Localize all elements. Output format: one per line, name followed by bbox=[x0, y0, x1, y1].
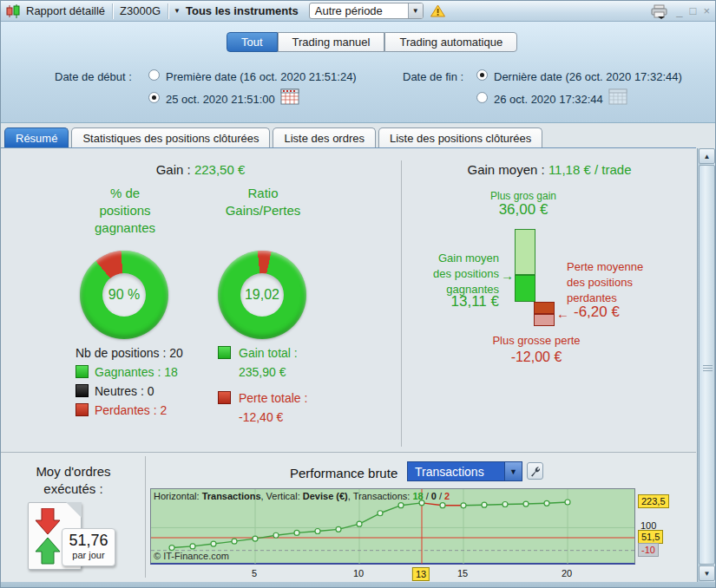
plus-gros-gain-value: 36,00 € bbox=[470, 202, 577, 218]
loss-bar-dark bbox=[534, 302, 555, 314]
gain-moyen-gagnantes-label: Gain moyen des positions gagnantes bbox=[402, 251, 499, 297]
arrow-right-icon: → bbox=[501, 270, 514, 282]
legend-neutres: Neutres : 0 bbox=[95, 384, 154, 398]
page-fold bbox=[66, 502, 82, 518]
gain-bar-light bbox=[515, 229, 535, 275]
gain-total-value: 235,90 € bbox=[239, 365, 286, 379]
calendar-icon-disabled bbox=[608, 88, 627, 105]
perte-totale-square bbox=[218, 391, 231, 404]
tab-liste-positions[interactable]: Liste des positions clôturées bbox=[378, 127, 542, 147]
plus-grosse-perte-value: -12,00 € bbox=[480, 350, 593, 365]
gain-moyen-label: Gain moyen : bbox=[467, 162, 544, 177]
report-tabs: Résumé Statistiques des positions clôtur… bbox=[4, 127, 542, 147]
start-custom-date-radio[interactable] bbox=[148, 92, 160, 103]
divider bbox=[145, 456, 146, 578]
performance-label: Performance brute bbox=[290, 466, 397, 480]
gain-moyen-line: Gain moyen : 11,18 € / trade bbox=[411, 162, 688, 177]
x-axis-label: 10 bbox=[351, 567, 366, 579]
chevron-down-icon[interactable]: ▼ bbox=[408, 3, 423, 18]
warning-icon bbox=[430, 4, 445, 17]
chevron-down-icon[interactable]: ▼ bbox=[504, 462, 522, 480]
ratio-value: 19,02 bbox=[218, 251, 306, 339]
losses-count: 2 bbox=[444, 491, 450, 501]
performance-dropdown-value: Transactions bbox=[408, 465, 504, 479]
chart-copyright: © IT-Finance.com bbox=[154, 551, 229, 561]
gain-moyen-gagnantes-value: 13,11 € bbox=[402, 294, 499, 310]
orders-per-day-unit: par jour bbox=[62, 550, 115, 560]
end-last-date-option[interactable]: Dernière date (26 oct. 2020 17:32:44) bbox=[494, 70, 682, 83]
wrench-icon bbox=[529, 466, 541, 477]
orders-per-day-box: 51,76 par jour bbox=[62, 528, 115, 566]
chart-settings-button[interactable] bbox=[527, 462, 543, 480]
scroll-down-button[interactable]: ▼ bbox=[699, 565, 715, 581]
arrow-left-icon: ← bbox=[556, 308, 569, 320]
orders-per-day-title: Moy d'ordres exécutés : bbox=[6, 463, 141, 498]
close-button[interactable]: × bbox=[703, 5, 710, 16]
x-axis-label: 13 bbox=[412, 567, 430, 581]
y-axis-label: 223,5 bbox=[638, 494, 669, 508]
start-first-date-radio[interactable] bbox=[148, 69, 160, 81]
positions-count: Nb de positions : 20 bbox=[76, 346, 183, 360]
performance-dropdown[interactable]: Transactions ▼ bbox=[407, 461, 522, 481]
filter-panel: Tout Trading manuel Trading automatique … bbox=[1, 22, 716, 123]
performance-section: Moy d'ordres exécutés : 51,76 par jour P… bbox=[1, 453, 696, 582]
summary-panel: Gain : 223,50 € % de positions gagnantes… bbox=[1, 148, 696, 452]
loss-bar-light bbox=[534, 314, 555, 326]
y-axis-label: 51,5 bbox=[638, 530, 663, 544]
chevron-down-icon: ▼ bbox=[174, 7, 181, 15]
start-custom-date-option[interactable]: 25 oct. 2020 21:51:00 bbox=[166, 93, 275, 106]
gain-bar-solid bbox=[515, 275, 535, 302]
separator bbox=[168, 3, 168, 19]
tab-resume[interactable]: Résumé bbox=[4, 127, 69, 147]
mode-tab-trading-manuel[interactable]: Trading manuel bbox=[278, 32, 385, 52]
chart-header: Horizontal: Transactions, Vertical: Devi… bbox=[154, 491, 450, 501]
wins-count: 18 bbox=[412, 491, 423, 501]
report-window: Rapport détaillé Z3000G ▼ Tous les instr… bbox=[0, 0, 716, 588]
tab-statistiques[interactable]: Statistiques des positions clôturées bbox=[71, 127, 270, 147]
mode-tab-tout[interactable]: Tout bbox=[227, 32, 278, 52]
y-axis-label: -10 bbox=[638, 543, 659, 557]
mode-segmented-control: Tout Trading manuel Trading automatique bbox=[227, 32, 517, 52]
legend-square-perdantes bbox=[76, 403, 89, 416]
x-axis-label: 15 bbox=[455, 567, 470, 579]
minimize-button[interactable]: _ bbox=[676, 5, 682, 16]
calendar-icon[interactable] bbox=[280, 88, 299, 105]
maximize-button[interactable]: □ bbox=[690, 5, 697, 16]
scroll-up-button[interactable]: ▲ bbox=[699, 148, 715, 164]
end-last-date-radio[interactable] bbox=[476, 69, 488, 81]
vertical-scrollbar[interactable]: ▲ ▼ bbox=[697, 148, 715, 582]
winrate-value: 90 % bbox=[80, 251, 168, 339]
app-title: Rapport détaillé bbox=[24, 4, 107, 17]
legend-gagnantes: Gagnantes : 18 bbox=[95, 365, 178, 379]
mode-tab-trading-automatique[interactable]: Trading automatique bbox=[384, 32, 517, 52]
tab-liste-ordres[interactable]: Liste des ordres bbox=[273, 127, 376, 147]
perte-moyenne-value: -6,20 € bbox=[574, 304, 620, 320]
gain-total-label: Gain total : bbox=[239, 346, 298, 360]
title-bar: Rapport détaillé Z3000G ▼ Tous les instr… bbox=[1, 1, 716, 22]
plus-grosse-perte-label: Plus grosse perte bbox=[480, 333, 593, 349]
ratio-donut: 19,02 bbox=[218, 251, 306, 339]
legend-perdantes: Perdantes : 2 bbox=[95, 403, 167, 417]
printer-icon[interactable] bbox=[650, 3, 669, 19]
legend-square-gagnantes bbox=[76, 365, 89, 378]
start-date-label: Date de début : bbox=[55, 70, 132, 83]
scrollbar-thumb[interactable] bbox=[699, 165, 715, 565]
x-axis-label: 20 bbox=[559, 567, 575, 579]
thumb-grip bbox=[703, 365, 713, 371]
period-dropdown[interactable]: Autre période ▼ bbox=[309, 3, 424, 19]
perte-totale-value: -12,40 € bbox=[239, 410, 283, 424]
candlestick-icon bbox=[5, 4, 21, 18]
gain-total-square bbox=[218, 346, 231, 359]
gain-value: 223,50 € bbox=[194, 162, 245, 177]
period-dropdown-value: Autre période bbox=[310, 4, 388, 17]
instrument-selector[interactable]: Tous les instruments bbox=[184, 4, 300, 17]
orders-per-day-value: 51,76 bbox=[62, 532, 115, 550]
end-custom-date-radio[interactable] bbox=[476, 92, 488, 103]
perte-moyenne-label: Perte moyenne des positions perdantes bbox=[567, 259, 643, 306]
winrate-title: % de positions gagnantes bbox=[73, 185, 177, 237]
x-axis-label: 5 bbox=[249, 567, 259, 579]
end-custom-date-option[interactable]: 26 oct. 2020 17:32:44 bbox=[494, 93, 603, 106]
perte-totale-label: Perte totale : bbox=[239, 391, 307, 405]
gain-total-line: Gain : 223,50 € bbox=[10, 162, 391, 177]
start-first-date-option[interactable]: Première date (16 oct. 2020 21:51:24) bbox=[166, 70, 357, 83]
